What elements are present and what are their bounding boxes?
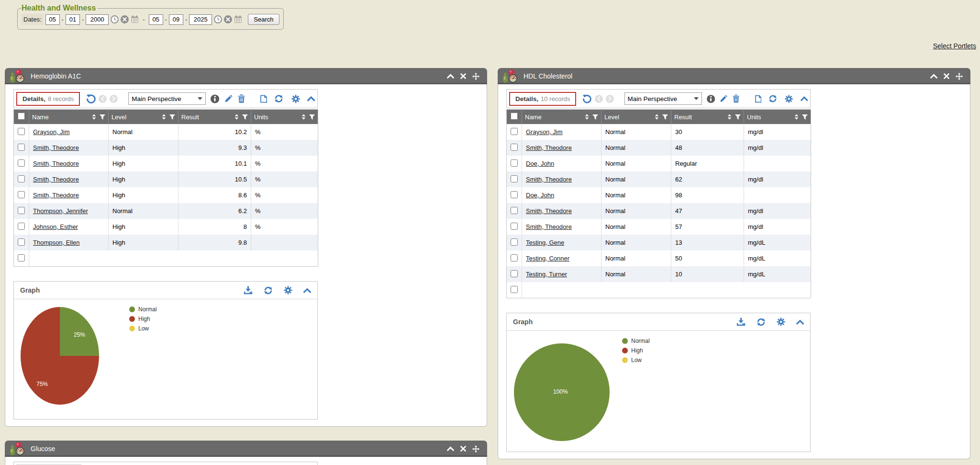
search-button[interactable]: Search — [248, 14, 279, 25]
edit-icon[interactable] — [224, 94, 233, 103]
row-checkbox[interactable] — [511, 159, 518, 167]
collapse-section-icon[interactable] — [801, 96, 808, 102]
row-checkbox[interactable] — [511, 191, 518, 198]
select-all-checkbox[interactable] — [18, 113, 25, 120]
column-header-result[interactable]: Result — [178, 110, 251, 125]
row-checkbox[interactable] — [18, 207, 25, 214]
patient-name-link[interactable]: Smith, Theodore — [33, 192, 79, 199]
patient-name-link[interactable]: Smith, Theodore — [526, 144, 572, 151]
patient-name-link[interactable]: Doe, John — [526, 160, 554, 167]
from-day-input[interactable] — [66, 14, 80, 25]
to-clear-icon[interactable] — [224, 15, 232, 23]
undo-icon[interactable] — [582, 94, 591, 104]
settings-gear-icon[interactable] — [785, 94, 793, 103]
previous-page-icon[interactable] — [595, 95, 603, 103]
column-header-level[interactable]: Level — [109, 110, 178, 125]
download-icon[interactable] — [736, 318, 746, 326]
download-icon[interactable] — [244, 286, 253, 295]
collapse-portlet-icon[interactable] — [447, 446, 454, 451]
refresh-icon[interactable] — [768, 94, 777, 103]
column-header-name[interactable]: Name — [29, 110, 109, 125]
row-checkbox[interactable] — [511, 128, 518, 135]
to-year-input[interactable] — [189, 14, 212, 25]
from-calendar-icon[interactable] — [131, 15, 139, 23]
sort-icon[interactable] — [301, 114, 306, 120]
filter-funnel-icon[interactable] — [802, 114, 808, 120]
perspective-select[interactable]: Main Perspective — [624, 92, 702, 105]
move-portlet-icon[interactable] — [472, 445, 479, 453]
row-checkbox[interactable] — [511, 175, 518, 182]
row-checkbox[interactable] — [511, 254, 518, 261]
row-checkbox[interactable] — [18, 238, 25, 246]
portlet-header[interactable]: Glucose — [5, 441, 487, 457]
sort-icon[interactable] — [655, 114, 659, 120]
from-time-icon[interactable] — [111, 15, 119, 23]
sort-icon[interactable] — [585, 114, 589, 120]
filter-funnel-icon[interactable] — [735, 114, 741, 120]
patient-name-link[interactable]: Thompson, Jennifer — [33, 207, 88, 215]
patient-name-link[interactable]: Testing, Gene — [526, 239, 564, 246]
move-portlet-icon[interactable] — [472, 73, 479, 80]
patient-name-link[interactable]: Smith, Theodore — [33, 160, 79, 167]
refresh-icon[interactable] — [264, 286, 273, 295]
new-document-icon[interactable] — [755, 95, 762, 103]
row-checkbox[interactable] — [511, 144, 518, 151]
row-checkbox[interactable] — [18, 223, 25, 230]
select-all-checkbox[interactable] — [511, 113, 518, 120]
edit-icon[interactable] — [720, 94, 727, 103]
patient-name-link[interactable]: Testing, Conner — [526, 255, 569, 262]
move-portlet-icon[interactable] — [956, 73, 963, 80]
patient-name-link[interactable]: Smith, Theodore — [526, 207, 572, 215]
filter-funnel-icon[interactable] — [169, 114, 175, 120]
patient-name-link[interactable]: Smith, Theodore — [526, 223, 572, 230]
sort-icon[interactable] — [794, 114, 799, 120]
filter-funnel-icon[interactable] — [309, 114, 315, 120]
portlet-header[interactable]: Hemoglobin A1C — [5, 68, 487, 84]
row-checkbox[interactable] — [18, 159, 25, 167]
column-header-units[interactable]: Units — [251, 110, 318, 125]
patient-name-link[interactable]: Grayson, Jim — [526, 128, 563, 136]
sort-icon[interactable] — [234, 114, 239, 120]
row-checkbox[interactable] — [18, 175, 25, 182]
new-document-icon[interactable] — [260, 95, 267, 103]
previous-page-icon[interactable] — [99, 95, 107, 103]
row-checkbox[interactable] — [18, 128, 25, 135]
patient-name-link[interactable]: Smith, Theodore — [526, 176, 572, 183]
collapse-section-icon[interactable] — [303, 288, 311, 293]
settings-gear-icon[interactable] — [777, 318, 785, 326]
perspective-select[interactable]: Main Perspective — [128, 92, 206, 105]
sort-icon[interactable] — [92, 114, 96, 120]
column-header-name[interactable]: Name — [522, 110, 601, 125]
from-year-input[interactable] — [86, 14, 109, 25]
filter-funnel-icon[interactable] — [100, 114, 105, 120]
collapse-section-icon[interactable] — [307, 96, 315, 102]
refresh-icon[interactable] — [757, 318, 766, 327]
from-clear-icon[interactable] — [121, 15, 129, 23]
settings-gear-icon[interactable] — [284, 286, 292, 295]
patient-name-link[interactable]: Smith, Theodore — [33, 176, 79, 183]
info-icon[interactable] — [707, 94, 715, 103]
collapse-portlet-icon[interactable] — [930, 74, 937, 79]
close-portlet-icon[interactable] — [460, 446, 466, 452]
row-checkbox[interactable] — [18, 254, 25, 261]
settings-gear-icon[interactable] — [291, 94, 300, 103]
row-checkbox[interactable] — [18, 144, 25, 151]
close-portlet-icon[interactable] — [944, 73, 949, 79]
filter-funnel-icon[interactable] — [662, 114, 668, 120]
to-day-input[interactable] — [169, 14, 183, 25]
patient-name-link[interactable]: Testing, Turner — [526, 271, 567, 278]
select-portlets-link[interactable]: Select Portlets — [933, 42, 976, 50]
sort-icon[interactable] — [727, 114, 732, 120]
to-calendar-icon[interactable] — [234, 15, 242, 23]
column-header-units[interactable]: Units — [744, 110, 811, 125]
collapse-section-icon[interactable] — [796, 319, 804, 325]
from-month-input[interactable] — [45, 14, 60, 25]
column-header-result[interactable]: Result — [671, 110, 744, 125]
patient-name-link[interactable]: Thompson, Ellen — [33, 239, 80, 246]
filter-funnel-icon[interactable] — [242, 114, 248, 120]
filter-funnel-icon[interactable] — [592, 114, 598, 120]
sort-icon[interactable] — [162, 114, 166, 120]
patient-name-link[interactable]: Smith, Theodore — [33, 144, 79, 151]
row-checkbox[interactable] — [511, 223, 518, 230]
close-portlet-icon[interactable] — [460, 73, 466, 79]
